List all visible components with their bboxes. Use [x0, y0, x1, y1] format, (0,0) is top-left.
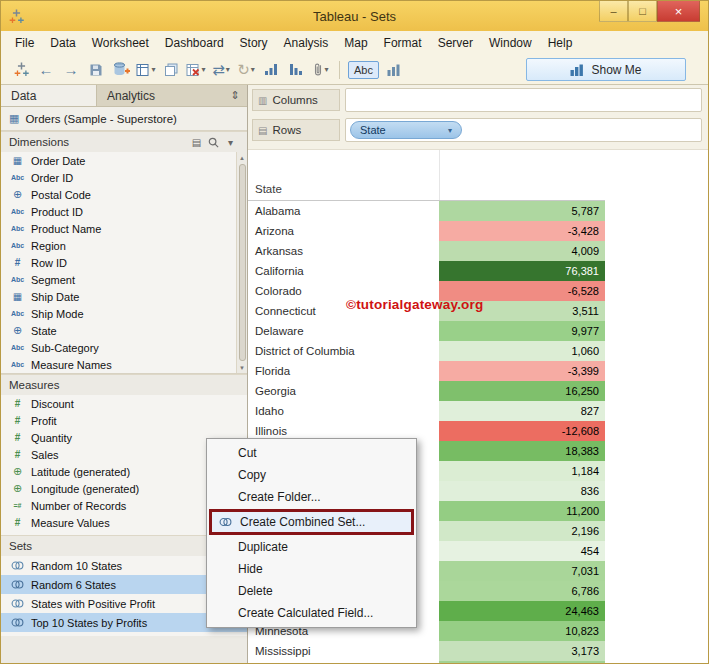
menu-item-delete[interactable]: Delete [207, 580, 416, 602]
menu-worksheet[interactable]: Worksheet [84, 33, 157, 53]
menu-item-cut[interactable]: Cut [207, 442, 416, 464]
state-name-cell[interactable]: Idaho [248, 401, 439, 421]
value-cell[interactable]: 3,173 [439, 641, 605, 661]
column-header-state[interactable]: State [248, 150, 439, 200]
menu-help[interactable]: Help [540, 33, 581, 53]
state-name-cell[interactable]: Mississippi [248, 641, 439, 661]
menu-item-create-folder[interactable]: Create Folder... [207, 486, 416, 508]
state-pill[interactable]: State▾ [350, 121, 462, 139]
scroll-up-icon[interactable]: ▲ [239, 152, 245, 163]
tableau-start-icon[interactable] [9, 58, 33, 82]
menu-data[interactable]: Data [42, 33, 83, 53]
dimensions-scrollbar[interactable]: ▲ ▼ [236, 152, 247, 373]
value-cell[interactable]: 1,060 [439, 341, 605, 361]
run-update-button[interactable]: ↻▾ [234, 58, 258, 82]
value-cell[interactable]: -12,608 [439, 421, 605, 441]
tab-analytics[interactable]: Analytics [97, 85, 223, 106]
dimension-ship-mode[interactable]: AbcShip Mode [1, 305, 247, 322]
pane-control-icon[interactable]: ⇕ [223, 85, 247, 106]
group-members-button[interactable]: ▾ [309, 58, 333, 82]
minimize-button[interactable]: – [599, 1, 628, 22]
new-worksheet-button[interactable]: ▾ [134, 58, 158, 82]
rows-shelf-tray[interactable]: State▾ [345, 118, 702, 142]
redo-button[interactable]: → [59, 58, 83, 82]
save-button[interactable] [84, 58, 108, 82]
menu-window[interactable]: Window [481, 33, 540, 53]
dimension-order-date[interactable]: ▦Order Date [1, 152, 247, 169]
menu-item-copy[interactable]: Copy [207, 464, 416, 486]
state-name-cell[interactable]: District of Columbia [248, 341, 439, 361]
value-cell[interactable]: 18,383 [439, 441, 605, 461]
menu-analysis[interactable]: Analysis [276, 33, 337, 53]
dimension-ship-date[interactable]: ▦Ship Date [1, 288, 247, 305]
dimension-postal-code[interactable]: ⊕Postal Code [1, 186, 247, 203]
add-data-source-button[interactable] [109, 58, 133, 82]
search-icon[interactable] [205, 137, 222, 148]
state-name-cell[interactable]: Delaware [248, 321, 439, 341]
scrollbar-thumb[interactable] [239, 164, 246, 361]
calculated-number-icon: =# [9, 502, 26, 509]
menu-format[interactable]: Format [376, 33, 430, 53]
state-name-cell[interactable]: Alabama [248, 201, 439, 221]
state-name-cell[interactable]: Georgia [248, 381, 439, 401]
state-name-cell[interactable]: California [248, 261, 439, 281]
value-cell[interactable]: 1,184 [439, 461, 605, 481]
menu-item-create-calculated-field[interactable]: Create Calculated Field... [207, 602, 416, 624]
value-cell[interactable]: 16,250 [439, 381, 605, 401]
value-cell[interactable]: -3,399 [439, 361, 605, 381]
state-name-cell[interactable]: Arizona [248, 221, 439, 241]
value-cell[interactable]: 10,823 [439, 621, 605, 641]
clear-sheet-button[interactable]: ▾ [184, 58, 208, 82]
value-cell[interactable]: 7,031 [439, 561, 605, 581]
duplicate-sheet-button[interactable] [159, 58, 183, 82]
dimension-row-id[interactable]: #Row ID [1, 254, 247, 271]
value-cell[interactable]: 11,200 [439, 501, 605, 521]
menu-item-create-combined-set[interactable]: Create Combined Set... [209, 509, 414, 535]
show-me-button[interactable]: Show Me [526, 58, 686, 81]
menu-item-duplicate[interactable]: Duplicate [207, 536, 416, 558]
dimension-state[interactable]: ⊕State [1, 322, 247, 339]
value-cell[interactable]: 24,463 [439, 601, 605, 621]
value-cell[interactable]: 4,009 [439, 241, 605, 261]
dimension-segment[interactable]: AbcSegment [1, 271, 247, 288]
highlight-button[interactable] [382, 58, 406, 82]
state-name-cell[interactable]: Florida [248, 361, 439, 381]
dimension-product-name[interactable]: AbcProduct Name [1, 220, 247, 237]
sort-ascending-button[interactable] [259, 58, 283, 82]
undo-button[interactable]: ← [34, 58, 58, 82]
tab-data[interactable]: Data [1, 85, 97, 106]
value-cell[interactable]: 827 [439, 401, 605, 421]
data-source-item[interactable]: ▦ Orders (Sample - Superstore) [1, 107, 247, 131]
columns-shelf-tray[interactable] [345, 88, 702, 112]
dimension-measure-names[interactable]: AbcMeasure Names [1, 356, 247, 373]
dimension-product-id[interactable]: AbcProduct ID [1, 203, 247, 220]
dimension-region[interactable]: AbcRegion [1, 237, 247, 254]
swap-axes-button[interactable]: ⇄▾ [209, 58, 233, 82]
value-cell[interactable]: 6,786 [439, 581, 605, 601]
value-cell[interactable]: 836 [439, 481, 605, 501]
menu-dashboard[interactable]: Dashboard [157, 33, 232, 53]
dimension-order-id[interactable]: AbcOrder ID [1, 169, 247, 186]
menu-story[interactable]: Story [232, 33, 276, 53]
scroll-down-icon[interactable]: ▼ [239, 362, 245, 373]
sort-fields-icon[interactable]: ▾ [222, 137, 239, 148]
view-as-icon[interactable]: ▤ [188, 137, 205, 148]
menu-file[interactable]: File [7, 33, 42, 53]
value-cell[interactable]: 9,977 [439, 321, 605, 341]
maximize-button[interactable]: □ [628, 1, 657, 22]
show-mark-labels-button[interactable]: Abc [348, 61, 379, 79]
value-cell[interactable]: -3,428 [439, 221, 605, 241]
state-name-cell[interactable]: Arkansas [248, 241, 439, 261]
value-cell[interactable]: 2,196 [439, 521, 605, 541]
measure-profit[interactable]: #Profit [1, 412, 247, 429]
value-cell[interactable]: 454 [439, 541, 605, 561]
measure-discount[interactable]: #Discount [1, 395, 247, 412]
menu-item-hide[interactable]: Hide [207, 558, 416, 580]
menu-server[interactable]: Server [430, 33, 481, 53]
sort-descending-button[interactable] [284, 58, 308, 82]
menu-map[interactable]: Map [336, 33, 375, 53]
close-button[interactable]: × [657, 1, 700, 22]
dimension-sub-category[interactable]: AbcSub-Category [1, 339, 247, 356]
value-cell[interactable]: 5,787 [439, 201, 605, 221]
value-cell[interactable]: 76,381 [439, 261, 605, 281]
